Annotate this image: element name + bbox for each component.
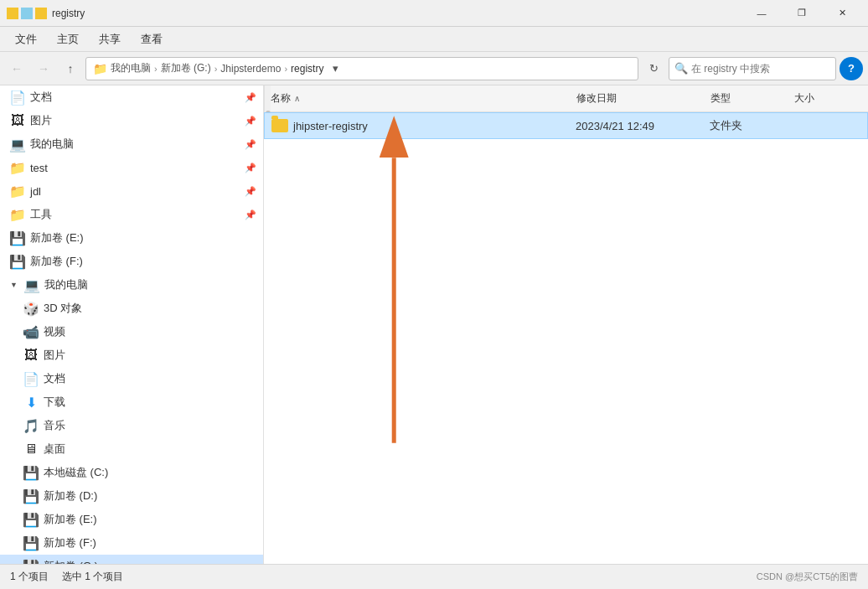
address-part-1: 我的电脑 bbox=[111, 61, 151, 75]
thispc-expand-icon: ▼ bbox=[10, 281, 18, 289]
sidebar-item-jdl[interactable]: 📁 jdl 📌 bbox=[0, 179, 263, 203]
sidebar-item-video[interactable]: 📹 视频 bbox=[0, 320, 263, 344]
forward-button[interactable]: → bbox=[32, 57, 55, 80]
content-header: 名称 ∧ 修改日期 类型 大小 bbox=[264, 85, 868, 112]
file-type: 文件夹 bbox=[710, 118, 793, 133]
col-type[interactable]: 类型 bbox=[710, 91, 794, 106]
sidebar-item-drive-f[interactable]: 💾 新加卷 (F:) bbox=[0, 250, 263, 273]
sidebar-item-thispc[interactable]: ▼ 💻 我的电脑 bbox=[0, 273, 263, 297]
sidebar-item-drive-g[interactable]: 💾 新加卷 (G:) bbox=[0, 555, 263, 564]
col-size[interactable]: 大小 bbox=[794, 91, 861, 106]
up-button[interactable]: ↑ bbox=[59, 57, 82, 80]
title-bar-controls: — ❐ ✕ bbox=[742, 0, 861, 27]
sidebar-label-documents: 文档 bbox=[30, 90, 52, 105]
search-box[interactable]: 🔍 bbox=[669, 57, 836, 80]
drive-e-icon: 💾 bbox=[10, 230, 25, 245]
sidebar-item-downloads[interactable]: ⬇ 下载 bbox=[0, 390, 263, 414]
sidebar-item-desktop[interactable]: 🖥 桌面 bbox=[0, 437, 263, 461]
address-sep-2: › bbox=[214, 64, 218, 74]
selected-count: 选中 1 个项目 bbox=[62, 570, 123, 584]
minimize-button[interactable]: — bbox=[742, 0, 781, 27]
address-part-3: Jhipsterdemo bbox=[220, 63, 281, 75]
sidebar-item-pics[interactable]: 🖼 图片 bbox=[0, 344, 263, 367]
downloads-icon: ⬇ bbox=[23, 395, 39, 410]
refresh-button[interactable]: ↻ bbox=[642, 57, 665, 80]
table-row[interactable]: jhipster-registry 2023/4/21 12:49 文件夹 bbox=[264, 112, 868, 139]
menu-home[interactable]: 主页 bbox=[49, 28, 87, 50]
sidebar-label-video: 视频 bbox=[44, 324, 65, 339]
help-button[interactable]: ? bbox=[840, 57, 863, 80]
sidebar-label-jdl: jdl bbox=[30, 185, 41, 198]
pin-icon-tools: 📌 bbox=[245, 209, 256, 220]
address-dropdown[interactable]: ▾ bbox=[327, 58, 344, 80]
address-bar[interactable]: 📁 我的电脑 › 新加卷 (G:) › Jhipsterdemo › regis… bbox=[85, 57, 638, 80]
drive-e2-icon: 💾 bbox=[23, 512, 39, 527]
sidebar-label-music: 音乐 bbox=[44, 418, 65, 433]
address-part-4: registry bbox=[291, 63, 323, 75]
status-bar: 1 个项目 选中 1 个项目 CSDN @想买CT5的图曹 bbox=[0, 564, 868, 589]
sidebar-item-drive-c[interactable]: 💾 本地磁盘 (C:) bbox=[0, 461, 263, 484]
sidebar-item-drive-e[interactable]: 💾 新加卷 (E:) bbox=[0, 226, 263, 250]
sidebar-label-desktop: 桌面 bbox=[44, 442, 65, 457]
3d-icon: 🎲 bbox=[23, 301, 39, 316]
close-button[interactable]: ✕ bbox=[823, 0, 861, 27]
sidebar-label-drive-f: 新加卷 (F:) bbox=[30, 254, 83, 269]
tools-icon: 📁 bbox=[10, 207, 25, 222]
toolbar: ← → ↑ 📁 我的电脑 › 新加卷 (G:) › Jhipsterdemo ›… bbox=[0, 52, 868, 85]
menu-view[interactable]: 查看 bbox=[132, 28, 171, 50]
sidebar-item-music[interactable]: 🎵 音乐 bbox=[0, 414, 263, 437]
address-part-2: 新加卷 (G:) bbox=[161, 61, 211, 75]
sidebar-item-test[interactable]: 📁 test 📌 bbox=[0, 156, 263, 179]
address-sep-3: › bbox=[284, 64, 287, 74]
drive-d-icon: 💾 bbox=[23, 488, 39, 504]
menu-share[interactable]: 共享 bbox=[90, 28, 129, 50]
col-name[interactable]: 名称 ∧ bbox=[271, 91, 576, 106]
sidebar-label-drive-d: 新加卷 (D:) bbox=[44, 488, 97, 504]
sidebar-label-drive-e2: 新加卷 (E:) bbox=[44, 512, 97, 527]
maximize-button[interactable]: ❐ bbox=[783, 0, 821, 27]
sidebar-item-tools[interactable]: 📁 工具 📌 bbox=[0, 203, 263, 226]
sidebar-item-docs[interactable]: 📄 文档 bbox=[0, 367, 263, 390]
docs-icon: 📄 bbox=[23, 371, 39, 386]
pin-icon-mycomputer: 📌 bbox=[245, 139, 256, 150]
pin-icon-test: 📌 bbox=[245, 163, 256, 173]
video-icon: 📹 bbox=[23, 324, 39, 339]
menu-file[interactable]: 文件 bbox=[7, 28, 45, 50]
search-icon: 🔍 bbox=[674, 62, 688, 75]
file-name-label: jhipster-registry bbox=[293, 120, 368, 132]
sidebar-label-drive-f2: 新加卷 (F:) bbox=[44, 535, 96, 550]
mycomputer-icon: 💻 bbox=[10, 137, 25, 152]
sidebar-item-pictures[interactable]: 🖼 图片 📌 bbox=[0, 109, 263, 132]
sort-icon: ∧ bbox=[294, 94, 300, 103]
sidebar-wrapper: 📄 文档 📌 🖼 图片 📌 💻 我的电脑 📌 📁 test 📌 📁 bbox=[0, 85, 264, 564]
sidebar-item-drive-f2[interactable]: 💾 新加卷 (F:) bbox=[0, 531, 263, 555]
file-modified: 2023/4/21 12:49 bbox=[576, 120, 710, 132]
col-modified[interactable]: 修改日期 bbox=[576, 91, 710, 106]
sidebar-item-3d[interactable]: 🎲 3D 对象 bbox=[0, 297, 263, 320]
sidebar-label-pictures: 图片 bbox=[30, 113, 52, 128]
pictures-icon: 🖼 bbox=[10, 113, 25, 128]
test-icon: 📁 bbox=[10, 160, 25, 175]
search-input[interactable] bbox=[691, 63, 830, 75]
window-title: registry bbox=[52, 8, 85, 19]
sidebar-item-mycomputer[interactable]: 💻 我的电脑 📌 bbox=[0, 132, 263, 156]
sidebar-item-drive-e2[interactable]: 💾 新加卷 (E:) bbox=[0, 508, 263, 531]
sidebar-label-downloads: 下载 bbox=[44, 395, 65, 410]
pin-icon-jdl: 📌 bbox=[245, 186, 256, 197]
watermark: CSDN @想买CT5的图曹 bbox=[757, 571, 858, 583]
pics-icon: 🖼 bbox=[23, 348, 39, 363]
content-area: 名称 ∧ 修改日期 类型 大小 jhipster-registry 2023/4… bbox=[264, 85, 868, 564]
back-button[interactable]: ← bbox=[5, 57, 28, 80]
address-folder-icon: 📁 bbox=[93, 62, 107, 75]
pin-icon-documents: 📌 bbox=[245, 92, 256, 103]
sidebar-label-thispc: 我的电脑 bbox=[44, 277, 88, 292]
sidebar-item-drive-d[interactable]: 💾 新加卷 (D:) bbox=[0, 484, 263, 508]
title-bar: registry — ❐ ✕ bbox=[0, 0, 868, 27]
title-bar-left: registry bbox=[7, 8, 85, 19]
sidebar-label-3d: 3D 对象 bbox=[44, 301, 82, 316]
folder-icon bbox=[271, 119, 288, 132]
pin-icon-pictures: 📌 bbox=[245, 116, 256, 127]
sidebar-item-documents[interactable]: 📄 文档 📌 bbox=[0, 85, 263, 109]
sidebar-label-docs: 文档 bbox=[44, 371, 65, 386]
drive-f-icon: 💾 bbox=[10, 254, 25, 269]
